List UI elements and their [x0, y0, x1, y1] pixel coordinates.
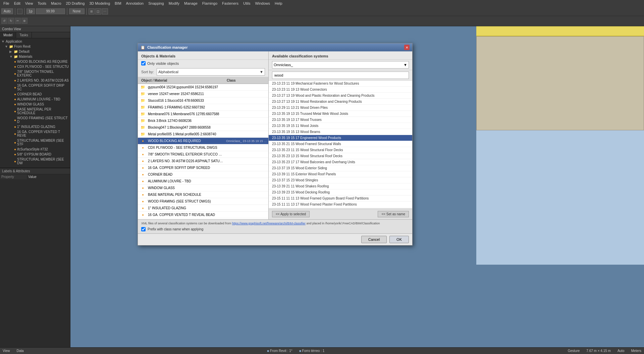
tree-mat-7[interactable]: ● WINDOW GLASS — [13, 102, 70, 107]
menu-tools[interactable]: Tools — [36, 1, 48, 5]
obj-list-item[interactable]: 📁Stucco016 1:Stucco016 478:6606533 — [138, 97, 268, 104]
auto-selector[interactable]: Auto — [1, 8, 13, 14]
tree-mat-1[interactable]: ● CDX PLYWOOD - SEE STRUCTU — [13, 64, 70, 69]
menu-flamingo[interactable]: Flamingo — [200, 1, 219, 5]
xml-link[interactable]: https://www.graphisoft.net/freeware/arch… — [232, 222, 306, 225]
menu-edit[interactable]: Edit — [12, 1, 22, 5]
menu-2d[interactable]: 2D Drafting — [64, 1, 87, 5]
tree-from-revit[interactable]: ▼ 📁 From Revit — [3, 44, 70, 49]
none-selector[interactable]: None — [69, 8, 85, 14]
ok-button[interactable]: OK — [389, 236, 409, 243]
toolbar-icon-2[interactable]: ✂ — [15, 18, 21, 24]
obj-list-item[interactable]: ●STRUCTURAL MEMBER (SEE STRUCTURAL DWG..… — [138, 218, 268, 219]
class-list-item[interactable]: 23-13 39 21 11 Wood Shakes Roofing — [269, 183, 412, 189]
obj-list-item[interactable]: 📁Brick 3:Brick 1274O:6608236 — [138, 118, 268, 124]
obj-list-item[interactable]: 📁FRAMING 1:FRAMING 6252:6607392 — [138, 104, 268, 111]
data-tab[interactable]: Data — [17, 349, 24, 353]
toolbar-icon[interactable]: ⋯ — [102, 8, 108, 14]
tree-mat-11[interactable]: ● 16 GA. COPPER VENTED T REVE — [13, 129, 70, 138]
obj-list-item[interactable]: ●2 LAYERS NO. 30 ASTM D226 ASPHALT SATUR… — [138, 158, 268, 165]
tree-mat-14[interactable]: ● 5/8" GYPSUM BOARD — [13, 152, 70, 157]
class-list-item[interactable]: 23-13 35 23 11 15 Wood Structural Floor … — [269, 147, 412, 153]
class-list-item[interactable]: 23-13 35 19 13 15 Trussed Metal Web Wood… — [269, 111, 412, 117]
class-list-item[interactable]: 23-13 29 11 13 21 Wood Driven Piles — [269, 105, 412, 111]
menu-bim[interactable]: BIM — [113, 1, 123, 5]
class-list-item[interactable]: 23-13 39 11 15 Exterior Wood Roof Panels — [269, 171, 412, 177]
set-as-name-button[interactable]: << Set as name — [378, 211, 409, 217]
class-list[interactable]: 23-13 23 11 19 Mechanical Fasteners for … — [269, 81, 412, 209]
view-tab[interactable]: View — [3, 349, 10, 353]
toolbar-icon[interactable]: ⊞ — [89, 8, 95, 14]
menu-macro[interactable]: Macro — [49, 1, 63, 5]
menu-view[interactable]: View — [23, 1, 35, 5]
menu-windows[interactable]: Windows — [253, 1, 272, 5]
prefix-checkbox[interactable] — [141, 227, 146, 231]
obj-list-item[interactable]: ●16 GA. COPPER VENTED T REVEAL BEAD — [138, 212, 268, 218]
linewidth-selector[interactable]: 1p — [26, 8, 35, 14]
auto-mode[interactable]: Auto — [618, 349, 625, 353]
tab-tasks[interactable]: Tasks — [16, 32, 32, 38]
obj-list-item[interactable]: 📁veneer 15247:veneer 15247:6586211 — [138, 91, 268, 97]
obj-list-item[interactable]: ●WOOD FRAMING (SEE STRUCT DWGS) — [138, 198, 268, 205]
class-list-item[interactable]: 23-13 35 19 13 17 Wood Trusses — [269, 117, 412, 123]
class-list-item[interactable]: 23-13 35 23 13 15 Wood Structural Roof D… — [269, 153, 412, 159]
dialog-close-button[interactable]: ✕ — [404, 45, 410, 50]
visible-objects-checkbox[interactable] — [141, 61, 146, 65]
toolbar-icon[interactable]: ◫ — [95, 8, 101, 14]
menu-utils[interactable]: Utils — [241, 1, 252, 5]
class-list-item[interactable]: 23-13 35 19 15 13 Wood Beams — [269, 129, 412, 135]
class-list-item[interactable]: 23-13 27 13 19 Wood and Plastic Restorat… — [269, 93, 412, 99]
class-list-item[interactable]: 23-13 37 15 23 Wood Shingles — [269, 177, 412, 183]
obj-list-item[interactable]: ●1" INSULATED GLAZING — [138, 205, 268, 212]
apply-to-selected-button[interactable]: << Apply to selected — [272, 211, 310, 217]
menu-annotation[interactable]: Annotation — [124, 1, 146, 5]
menu-snapping[interactable]: Snapping — [146, 1, 166, 5]
tree-mat-2[interactable]: ● 7/8" SMOOTH TROWEL EXTERIC — [13, 69, 70, 78]
tree-mat-12[interactable]: ● STRUCTURAL MEMBER (SEE STF — [13, 138, 70, 147]
toolbar-icon-2[interactable]: ↺ — [1, 18, 7, 24]
menu-file[interactable]: File — [1, 1, 11, 5]
tree-mat-6[interactable]: ● ALUMINIUM LOUVRE - TBD — [13, 97, 70, 102]
class-list-item[interactable]: 23-13 35 19 15 17 Engineered Wood Produc… — [269, 135, 412, 141]
tree-mat-15[interactable]: ● STRUCTURAL MEMBER (SEE DW — [13, 157, 70, 166]
obj-list-item[interactable]: 📁gypsum004 15234:gypsum004 15234:6586197 — [138, 84, 268, 91]
class-list-item[interactable]: 23-13 39 23 15 Wood Decking Roofing — [269, 189, 412, 195]
class-list-item[interactable]: 23-15 11 11 13 17 Wood Framed Plaster Fi… — [269, 202, 412, 208]
tree-default[interactable]: ▶ 📁 Default — [8, 49, 70, 54]
obj-list-item[interactable]: ●WINDOW GLASS — [138, 185, 268, 191]
class-list-item[interactable]: 23-13 37 19 15 Wood Exterior Siding — [269, 165, 412, 171]
obj-list-item[interactable]: ●CDX PLYWOOD - SEE STRUCTURAL DWGS — [138, 144, 268, 151]
menu-modify[interactable]: Modify — [167, 1, 181, 5]
tree-materials[interactable]: ▼ 📁 Materials — [8, 54, 70, 59]
cancel-button[interactable]: Cancel — [361, 236, 387, 243]
obj-list-item[interactable]: ●BASE MATERIAL PER SCHEDULE — [138, 191, 268, 198]
toolbar-icon-2[interactable]: ⊕ — [21, 18, 28, 24]
tree-mat-13[interactable]: ● ifcSurfaceStyle #732 — [13, 147, 70, 152]
sortby-dropdown[interactable]: Alphabetical ▼ — [157, 68, 265, 76]
tree-mat-9[interactable]: ● WOOD FRAMING (SEE STRUCT D — [13, 116, 70, 124]
menu-manage[interactable]: Manage — [182, 1, 200, 5]
class-list-item[interactable]: 23-15 11 11 11 13 Wood Framed Gypsum Boa… — [269, 195, 412, 202]
tree-mat-0[interactable]: ● WOOD BLOCKING AS REQUIRE — [13, 59, 70, 64]
class-list-item[interactable]: 23-13 27 13 19 11 Wood Restoration and C… — [269, 99, 412, 105]
obj-list-item[interactable]: ●WOOD BLOCKING AS REQUIREDOmniclass_ 23-… — [138, 138, 268, 144]
class-search-input[interactable] — [272, 72, 409, 79]
object-list[interactable]: 📁gypsum004 15234:gypsum004 15234:6586197… — [138, 84, 268, 219]
obj-list-item[interactable]: ●7/8" SMOOTH TROWEL EXTERIOR STUCCO OVE.… — [138, 151, 268, 158]
zoom-selector[interactable]: 99.99 — [36, 8, 65, 14]
class-list-item[interactable]: 23-13 35 23 17 17 Wood Balconies and Ove… — [269, 159, 412, 165]
menu-3d[interactable]: 3D Modeling — [87, 1, 112, 5]
obj-list-item[interactable]: 📁Metal profile005 1:Metal profile005 2:6… — [138, 131, 268, 138]
tree-mat-4[interactable]: ● 16 GA. COPPER SOFFIT DRIP SC — [13, 83, 70, 92]
menu-help[interactable]: Help — [273, 1, 284, 5]
tree-mat-8[interactable]: ● BASE MATERIAL PER SCHEDULE — [13, 107, 70, 116]
obj-list-item[interactable]: ●16 GA. COPPER SOFFIT DRIP SCREED — [138, 165, 268, 171]
class-list-item[interactable]: 23-13 23 11 19 13 Wood Connectors — [269, 87, 412, 93]
obj-list-item[interactable]: ●ALUMINIUM LOUVRE - TBD — [138, 178, 268, 185]
class-list-item[interactable]: 23-13 23 11 19 Mechanical Fasteners for … — [269, 81, 412, 87]
tab-model[interactable]: Model — [0, 32, 16, 38]
color-box[interactable] — [17, 9, 22, 14]
class-list-item[interactable]: 23-13 35 21 15 Wood Framed Structural Wa… — [269, 141, 412, 147]
obj-list-item[interactable]: 📁Blocking047 1:Blocking047 2889:6608558 — [138, 124, 268, 131]
obj-list-item[interactable]: ●CORNER BEAD — [138, 171, 268, 178]
